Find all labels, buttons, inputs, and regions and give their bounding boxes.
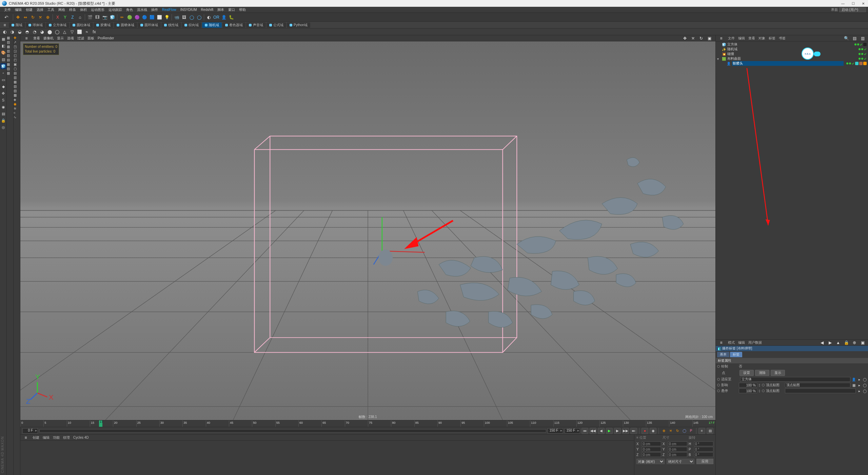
anim-dot-infl[interactable] xyxy=(717,384,720,386)
field-线性域[interactable]: 线性域 xyxy=(161,22,181,28)
obj-name[interactable]: 布料曲面 xyxy=(727,56,856,61)
toolbar-icon-20[interactable]: 📹 xyxy=(173,14,180,21)
attr-tab-基本[interactable]: 基本 xyxy=(717,352,729,357)
key-pla-button[interactable]: P xyxy=(688,428,694,434)
mod-8[interactable]: ▨ xyxy=(7,67,13,71)
range-total-field[interactable]: 150 F xyxy=(565,428,580,434)
tool-object[interactable]: 🧊 xyxy=(0,63,6,69)
toolbar-icon-26[interactable]: 👤 xyxy=(220,14,227,21)
btn-clear[interactable]: 清除 xyxy=(755,370,769,376)
tool-enable-snap[interactable]: ◉ xyxy=(0,104,6,110)
tool-model[interactable]: ◧ xyxy=(0,43,6,49)
record-button[interactable]: ● xyxy=(642,428,648,434)
attr-menu-icon[interactable]: ≡ xyxy=(718,339,725,346)
autokey-button[interactable]: ◉ xyxy=(650,428,656,434)
tag-fx[interactable] xyxy=(863,62,867,65)
picker-icon[interactable]: ▸ xyxy=(857,377,861,381)
toolbar-icon-6[interactable]: Y xyxy=(62,14,68,21)
vtx-picker-icon[interactable]: ▸ xyxy=(857,383,861,387)
anim-dot-hover[interactable] xyxy=(717,390,720,392)
toolbar-icon-5[interactable]: X xyxy=(54,14,61,21)
main-menu-INSYDIUM[interactable]: INSYDIUM xyxy=(178,7,199,12)
ext-19[interactable]: ∿ xyxy=(14,115,20,119)
toolbar-icon-2[interactable]: ↻ xyxy=(29,14,36,21)
window-minimize-button[interactable]: — xyxy=(840,2,846,5)
obj-menu-文件[interactable]: 文件 xyxy=(728,36,735,41)
obj-name[interactable]: 碰撞 xyxy=(727,52,856,56)
viewport-menu-选项[interactable]: 选项 xyxy=(67,36,74,41)
next-key-button[interactable]: ▶▶ xyxy=(622,428,629,434)
anim-dot-draw[interactable] xyxy=(717,365,720,368)
material-menu-icon[interactable]: ≡ xyxy=(22,434,29,441)
attr-next-icon[interactable]: ▶ xyxy=(827,339,833,346)
viewport-maximize-icon[interactable]: ▣ xyxy=(706,35,713,42)
viewport-menu-摄像机[interactable]: 摄像机 xyxy=(43,36,54,41)
tool-edges[interactable]: ▭ xyxy=(0,77,6,83)
obj-row-立方体[interactable]: 🧊立方体✔ xyxy=(717,42,867,47)
fields-menu-icon[interactable]: ≡ xyxy=(1,22,8,28)
window-maximize-button[interactable]: ☐ xyxy=(850,2,856,5)
key-param-button[interactable]: ◯ xyxy=(681,428,687,434)
prev-key-button[interactable]: ◀◀ xyxy=(590,428,596,434)
field-立方体域[interactable]: 立方体域 xyxy=(46,22,69,28)
key-scale-button[interactable]: ⤧ xyxy=(668,428,674,434)
key-pos-button[interactable]: ⊕ xyxy=(661,428,667,434)
mograph-icon-4[interactable]: ◔ xyxy=(31,28,38,35)
toolbar-icon-9[interactable]: 🎬 xyxy=(86,14,93,21)
toolbar-icon-18[interactable]: ⬜ xyxy=(156,14,163,21)
attr-tab-标签[interactable]: 标签 xyxy=(730,352,742,357)
obj-menu-查看[interactable]: 查看 xyxy=(748,36,755,41)
btn-show[interactable]: 显示 xyxy=(771,370,785,376)
anim-dot-vtx[interactable] xyxy=(762,384,765,386)
coord-sz[interactable] xyxy=(668,452,687,457)
field-圆环体域[interactable]: 圆环体域 xyxy=(138,22,161,28)
coord-x[interactable] xyxy=(642,441,661,446)
tool-locked[interactable]: 🔒 xyxy=(0,117,6,124)
ext-8[interactable]: ▢ xyxy=(14,67,20,71)
ext-10[interactable]: ▥ xyxy=(14,76,20,79)
vtx2-clear-icon[interactable]: ◯ xyxy=(863,389,867,393)
vtx-clear-icon[interactable]: ◯ xyxy=(863,383,867,387)
mograph-icon-0[interactable]: ◐ xyxy=(1,28,8,35)
obj-name[interactable]: 随机域 xyxy=(727,47,856,52)
toolbar-icon-24[interactable]: ◐ xyxy=(205,14,212,21)
tag-cyan[interactable] xyxy=(855,62,859,65)
obj-mgr-filter-icon[interactable]: ▥ xyxy=(859,35,866,42)
ext-14[interactable]: ▩ xyxy=(14,93,20,97)
toolbar-icon-25[interactable]: OR xyxy=(213,14,220,21)
obj-menu-标签[interactable]: 标签 xyxy=(769,36,775,41)
mograph-icon-6[interactable]: ⬤ xyxy=(46,28,53,35)
mograph-icon-12[interactable]: fx xyxy=(91,28,98,35)
mod-2[interactable]: ▨ xyxy=(7,40,13,44)
obj-row-布料曲面[interactable]: ▾🟩布料曲面✔ xyxy=(717,56,867,61)
object-tree[interactable]: 🧊立方体✔✨随机域✔💥碰撞✔▾🟩布料曲面✔👤骷髅头✔ xyxy=(716,41,868,339)
toolbar-icon-0[interactable]: ✥ xyxy=(15,14,21,21)
viewport-zoom-icon[interactable]: ⤧ xyxy=(690,35,696,42)
mograph-icon-8[interactable]: △ xyxy=(61,28,68,35)
play-button[interactable]: ▶ xyxy=(606,428,613,434)
mograph-icon-5[interactable]: ◕ xyxy=(39,28,45,35)
toolbar-icon-23[interactable]: ◯ xyxy=(196,14,202,21)
toolbar-icon-16[interactable]: 🔵 xyxy=(141,14,148,21)
clear-icon[interactable]: ◯ xyxy=(863,377,867,381)
main-menu-网格[interactable]: 网格 xyxy=(56,7,67,13)
undo-button[interactable]: ↶ xyxy=(1,14,12,21)
coord-apply-button[interactable]: 应用 xyxy=(696,459,713,464)
mod-1[interactable]: ▦ xyxy=(7,36,13,40)
viewport-menu-查看[interactable]: 查看 xyxy=(33,36,40,41)
ext-5[interactable]: ◱ xyxy=(14,54,20,57)
toolbar-icon-17[interactable]: 🟦 xyxy=(149,14,155,21)
ext-1[interactable]: ✥ xyxy=(14,36,20,40)
mod-6[interactable]: ▤ xyxy=(7,58,13,62)
timeline-dopesheet-button[interactable]: ▤ xyxy=(707,428,713,434)
viewport-menu-过滤[interactable]: 过滤 xyxy=(77,36,84,41)
viewport-orbit-icon[interactable]: ↻ xyxy=(698,35,705,42)
field-径向域[interactable]: 径向域 xyxy=(182,22,201,28)
obj-menu-icon[interactable]: ≡ xyxy=(718,35,725,42)
mograph-icon-9[interactable]: ▽ xyxy=(68,28,75,35)
coord-h[interactable] xyxy=(694,441,713,446)
mograph-icon-11[interactable]: ≈ xyxy=(83,28,90,35)
material-list[interactable] xyxy=(20,441,634,475)
main-menu-脚本[interactable]: 脚本 xyxy=(215,7,226,13)
viewport[interactable]: Y X Z ✥ Number of emitters: 0 Total live… xyxy=(20,41,715,420)
